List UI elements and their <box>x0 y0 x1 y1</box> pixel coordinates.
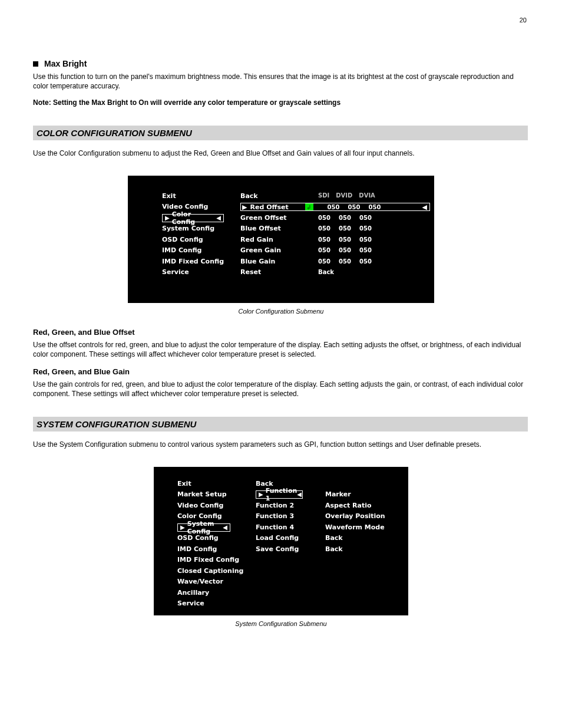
osd2-m-2: Function 2 <box>256 502 309 510</box>
v-4-1: 050 <box>339 246 353 255</box>
system-config-caption: System Configuration Submenu <box>33 620 529 627</box>
page-number: 20 <box>520 17 527 24</box>
osd2-l-10: Ancillary <box>177 589 239 597</box>
triangle-left-icon <box>216 215 221 221</box>
osd2-m-5: Load Config <box>256 534 309 542</box>
max-bright-heading: Max Bright <box>44 59 87 68</box>
v-1-0: 050 <box>318 214 332 222</box>
color-config-osd: Exit Video Config Color Config System Co… <box>128 176 434 303</box>
enter-badge-icon: ↲ <box>305 203 313 210</box>
osd2-r-1: Aspect Ratio <box>325 502 391 510</box>
osd1-left-0: Exit <box>162 192 224 200</box>
v-2-2: 050 <box>359 225 373 233</box>
v-0-2: 050 <box>369 204 383 210</box>
offset-heading: Red, Green, and Blue Offset <box>33 328 529 337</box>
osd2-r-0: Marker <box>325 490 391 499</box>
osd1-left-2: Color Config <box>170 210 217 226</box>
osd2-l-11: Service <box>177 599 239 608</box>
v-0-1: 050 <box>348 204 362 210</box>
max-bright-block: Max Bright Use this function to turn on … <box>33 59 529 108</box>
v-3-1: 050 <box>339 236 353 244</box>
osd2-l-5: OSD Config <box>177 534 239 542</box>
color-config-title: COLOR CONFIGURATION SUBMENU <box>33 126 528 140</box>
osd1-row-4: Red Gain 050050050 <box>240 236 430 244</box>
triangle-right-icon <box>259 492 263 498</box>
osd1-header-row: Back SDI DVID DVIA <box>240 192 430 200</box>
osd2-l-2: Video Config <box>177 502 239 510</box>
v-3-2: 050 <box>359 236 373 244</box>
osd2-l-7: IMD Fixed Config <box>177 556 239 564</box>
osd1-left-6: IMD Fixed Config <box>162 258 224 266</box>
osd1-mid-5: Green Gain <box>240 246 318 255</box>
osd2-l-8: Closed Captioning <box>177 567 239 575</box>
v-reset: Back <box>318 268 334 276</box>
v-2-0: 050 <box>318 225 332 233</box>
osd2-right-col: . Marker Aspect Ratio Overlay Position W… <box>325 480 391 604</box>
system-config-intro: Use the System Configuration submenu to … <box>33 440 528 449</box>
osd1-mid-2: Green Offset <box>240 214 318 222</box>
osd2-l-9: Wave/Vector <box>177 578 239 586</box>
osd2-left-col: Exit Market Setup Video Config Color Con… <box>177 480 239 604</box>
osd1-row-5: Green Gain 050050050 <box>240 246 430 255</box>
max-bright-note: Note: Setting the Max Bright to On will … <box>33 98 528 107</box>
hdr-dvid: DVID <box>336 192 352 199</box>
osd2-mid-col: Back Function 1 Function 2 Function 3 Fu… <box>256 480 309 604</box>
osd1-left-3: System Config <box>162 225 224 233</box>
osd2-m-6: Save Config <box>256 545 309 554</box>
osd1-left-7: Service <box>162 268 224 276</box>
osd1-mid-7: Reset <box>240 268 318 276</box>
osd1-left-4: OSD Config <box>162 236 224 244</box>
osd1-row-7: Reset Back <box>240 268 430 276</box>
triangle-left-icon <box>297 492 302 498</box>
osd2-m-4: Function 4 <box>256 523 309 532</box>
osd2-m-3: Function 3 <box>256 512 309 521</box>
v-3-0: 050 <box>318 236 332 244</box>
triangle-left-icon <box>422 203 427 211</box>
osd1-highlight-row: Red Offset ↲ 050 050 050 <box>240 203 430 211</box>
triangle-left-icon <box>223 525 227 531</box>
offset-text: Use the offset controls for red, green, … <box>33 340 528 359</box>
osd1-mid-4: Red Gain <box>240 236 318 244</box>
osd2-l-6: IMD Config <box>177 545 239 554</box>
osd2-mid-selected: Function 1 <box>256 490 303 499</box>
osd2-l-0: Exit <box>177 480 239 488</box>
v-2-1: 050 <box>339 225 353 233</box>
v-1-1: 050 <box>339 214 353 222</box>
max-bright-heading-row: Max Bright <box>33 59 529 68</box>
osd1-row-6: Blue Gain 050050050 <box>240 258 430 266</box>
color-config-intro: Use the Color Configuration submenu to a… <box>33 149 528 158</box>
triangle-right-icon <box>242 203 247 211</box>
square-bullet-icon <box>33 61 38 67</box>
v-4-2: 050 <box>359 246 373 255</box>
osd1-right-block: Back SDI DVID DVIA Red Offset ↲ 050 050 <box>240 192 430 291</box>
v-5-1: 050 <box>339 258 353 266</box>
v-0-0: 050 <box>328 204 342 210</box>
osd1-left-col: Exit Video Config Color Config System Co… <box>162 192 224 291</box>
osd2-r-4: Back <box>325 534 391 542</box>
osd1-left-5: IMD Config <box>162 246 224 255</box>
v-4-0: 050 <box>318 246 332 255</box>
system-config-osd: Exit Market Setup Video Config Color Con… <box>154 467 408 615</box>
v-5-0: 050 <box>318 258 332 266</box>
osd1-mid-1: Red Offset <box>249 203 305 211</box>
osd1-mid-3: Blue Offset <box>240 225 318 233</box>
osd1-mid-0: Back <box>240 192 318 200</box>
osd2-left-selected: System Config <box>177 523 230 532</box>
system-config-title: SYSTEM CONFIGURATION SUBMENU <box>33 417 528 431</box>
osd2-r-3: Waveform Mode <box>325 523 391 532</box>
osd2-m-1: Function 1 <box>263 487 297 502</box>
document-page: 20 Max Bright Use this function to turn … <box>0 0 562 728</box>
gain-text: Use the gain controls for red, green, an… <box>33 380 528 398</box>
osd2-l-4: System Config <box>185 520 223 535</box>
osd1-row-3: Blue Offset 050050050 <box>240 225 430 233</box>
osd1-row0-vals: 050 050 050 <box>328 204 421 210</box>
osd1-values-header: SDI DVID DVIA <box>318 192 375 199</box>
osd1-left-selected: Color Config <box>162 214 224 222</box>
triangle-right-icon <box>165 215 170 221</box>
color-config-caption: Color Configuration Submenu <box>33 308 529 315</box>
v-5-2: 050 <box>359 258 373 266</box>
osd2-r-2: Overlay Position <box>325 512 391 521</box>
v-1-2: 050 <box>359 214 373 222</box>
osd2-l-1: Market Setup <box>177 490 239 499</box>
max-bright-description: Use this function to turn on the panel's… <box>33 72 528 91</box>
